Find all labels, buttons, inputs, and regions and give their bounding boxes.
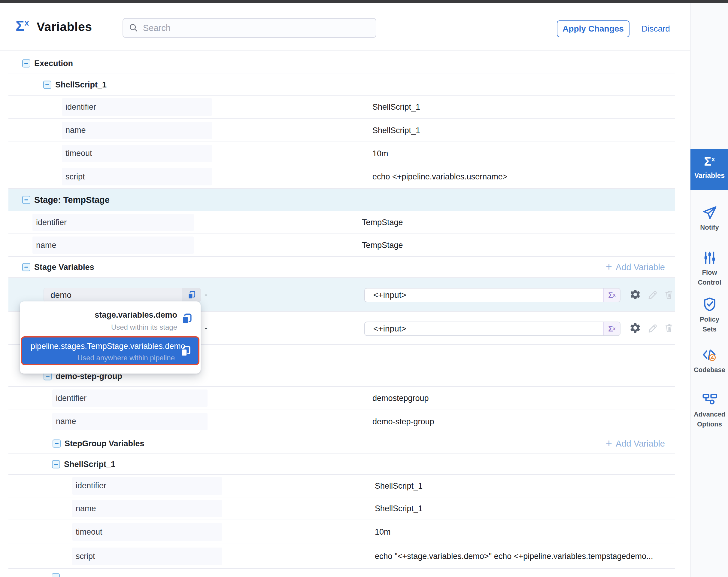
field-label: timeout (72, 523, 222, 541)
field-label: identifier (72, 477, 222, 495)
field-label: name (72, 500, 222, 517)
shield-check-icon (702, 296, 718, 312)
gear-icon[interactable] (629, 288, 641, 301)
section-label: ShellScript_1 (64, 459, 115, 469)
stage-title: Stage: TempStage (34, 195, 110, 205)
runtime-input-chip[interactable]: Σx (603, 322, 620, 335)
section-label: ShellScript_1 (55, 80, 107, 89)
field-value: TempStage (362, 241, 403, 250)
section-label: Stage Variables (34, 262, 94, 272)
plus-icon: + (606, 261, 612, 272)
paper-plane-icon (702, 205, 718, 221)
runtime-input-chip[interactable]: Σx (603, 288, 620, 302)
field-value: demostepgroup (372, 394, 429, 403)
field-label: script (72, 548, 222, 565)
flowchart-gear-icon (702, 391, 718, 407)
apply-changes-button[interactable]: Apply Changes (557, 20, 629, 37)
code-warning-icon (701, 346, 718, 363)
row-timeout: timeout 10m (8, 142, 675, 165)
field-label: identifier (62, 98, 212, 116)
field-label: script (62, 168, 212, 185)
field-value: ShellScript_1 (372, 126, 420, 135)
collapse-icon[interactable] (22, 196, 30, 204)
collapse-icon[interactable] (53, 440, 61, 448)
variable-scope-hint: Used within its stage (111, 323, 177, 331)
row-name: name ShellScript_1 (8, 119, 675, 142)
variable-path: stage.variables.demo (95, 310, 177, 320)
collapse-icon[interactable] (52, 460, 60, 468)
variable-description-dash: - (205, 290, 208, 300)
variables-sigma-icon: Σx (16, 19, 29, 33)
add-variable-button[interactable]: +Add Variable (606, 262, 665, 272)
field-value: echo "<+stage.variables.demo>" echo <+pi… (375, 552, 653, 561)
field-label: name (62, 122, 212, 139)
row-sg-identifier: identifier demostepgroup (8, 387, 675, 410)
field-value: echo <+pipeline.variables.username> (372, 172, 508, 181)
field-value: ShellScript_1 (375, 504, 422, 513)
plus-icon: + (606, 437, 612, 448)
row-stepgroup-variables: StepGroup Variables +Add Variable (8, 433, 675, 454)
row-sg-shellscript1: ShellScript_1 (8, 454, 675, 475)
panel-header: Σx Variables Search Apply Changes Discar… (0, 3, 690, 50)
discard-button[interactable]: Discard (642, 20, 670, 37)
variable-usage-popup: stage.variables.demo Used within its sta… (20, 301, 201, 374)
row-identifier: identifier ShellScript_1 (8, 96, 675, 119)
row-shellscript1: ShellScript_1 (8, 74, 675, 96)
search-icon (129, 23, 139, 33)
window-top-strip (0, 0, 728, 3)
copy-icon (179, 345, 192, 358)
row-sg-s1-script: script echo "<+stage.variables.demo>" ec… (8, 544, 675, 569)
collapse-icon[interactable] (43, 80, 51, 89)
section-label: StepGroup Variables (64, 439, 145, 448)
sidebar-tab-codebase[interactable]: Codebase (691, 346, 728, 375)
field-value: demo-step-group (372, 417, 434, 426)
popup-option-stage-scope[interactable]: stage.variables.demo Used within its sta… (20, 301, 201, 336)
gear-icon[interactable] (629, 322, 641, 334)
variable-path: pipeline.stages.TempStage.variables.demo (31, 342, 185, 351)
variable-value-input[interactable]: <+input> Σx (364, 288, 621, 302)
variables-panel: Σx Variables Search Apply Changes Discar… (0, 0, 728, 577)
row-stage-variables: Stage Variables +Add Variable (8, 257, 675, 278)
delete-trash-icon[interactable] (664, 289, 674, 300)
variable-value-input[interactable]: <+input> Σx (364, 322, 621, 336)
field-label: name (32, 236, 194, 254)
row-stage-identifier: identifier TempStage (8, 211, 675, 234)
row-stage-name: name TempStage (8, 234, 675, 257)
sidebar-tab-flow-control[interactable]: Flow Control (691, 250, 728, 287)
sidebar-tab-variables[interactable]: Σx Variables (691, 149, 728, 190)
field-label: timeout (62, 145, 212, 162)
right-sidebar: Σx Variables Notify Flow Control Policy … (690, 3, 728, 577)
delete-trash-icon[interactable] (664, 323, 674, 333)
row-sg-name: name demo-step-group (8, 410, 675, 433)
page-title: Variables (37, 20, 92, 34)
variable-description-dash: - (205, 323, 208, 333)
sidebar-tab-advanced-options[interactable]: Advanced Options (691, 391, 728, 429)
sidebar-tab-notify[interactable]: Notify (691, 205, 728, 232)
collapse-icon[interactable] (22, 59, 30, 67)
edit-pencil-icon[interactable] (647, 289, 658, 300)
row-sg-s1-identifier: identifier ShellScript_1 (8, 475, 675, 497)
copy-button[interactable] (180, 312, 193, 327)
edit-pencil-icon[interactable] (647, 322, 658, 333)
field-label: identifier (52, 390, 208, 407)
search-placeholder: Search (143, 23, 171, 33)
collapse-icon[interactable] (52, 573, 60, 577)
field-value: 10m (375, 527, 391, 537)
sidebar-tab-policy-sets[interactable]: Policy Sets (691, 296, 728, 334)
add-variable-button[interactable]: +Add Variable (606, 438, 665, 448)
search-input[interactable]: Search (123, 18, 376, 38)
variable-name-input[interactable]: demo (44, 288, 201, 302)
copy-variable-button[interactable] (182, 288, 201, 302)
row-sg-s1-name: name ShellScript_1 (8, 497, 675, 520)
field-value: ShellScript_1 (372, 102, 420, 112)
collapse-icon[interactable] (22, 263, 30, 271)
field-value: ShellScript_1 (375, 481, 422, 491)
popup-option-pipeline-scope-selected[interactable]: pipeline.stages.TempStage.variables.demo… (21, 336, 200, 365)
row-stage-header: Stage: TempStage (8, 189, 675, 211)
variable-scope-hint: Used anywhere within pipeline (77, 354, 175, 362)
row-execution: Execution (8, 53, 675, 74)
field-value: 10m (372, 149, 388, 158)
copy-icon (180, 312, 193, 325)
copy-icon (186, 290, 197, 300)
copy-button[interactable] (179, 345, 192, 359)
